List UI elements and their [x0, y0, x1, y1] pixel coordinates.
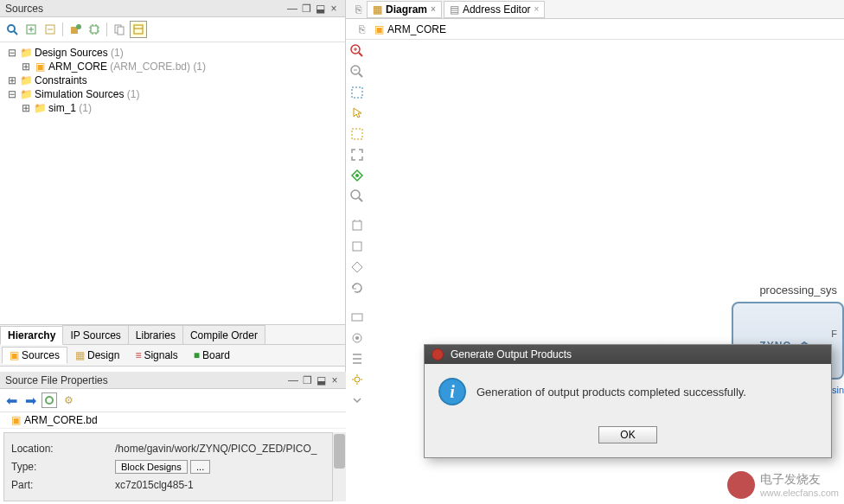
info-icon: i	[438, 378, 466, 405]
properties-header: Source File Properties — ❐ ⬓ ×	[0, 372, 346, 389]
show-interface-icon[interactable]	[348, 349, 367, 368]
collapse-all-icon[interactable]	[42, 21, 59, 38]
search-icon[interactable]	[3, 21, 21, 38]
close-icon[interactable]: ×	[329, 374, 341, 386]
settings-icon[interactable]	[348, 370, 367, 389]
add-interface-icon[interactable]	[348, 258, 367, 277]
pin-diagram-icon[interactable]: ⎘	[349, 1, 367, 18]
svg-rect-22	[352, 129, 362, 139]
subtab-sources[interactable]: ▣Sources	[2, 347, 67, 364]
add-sources-icon[interactable]	[67, 21, 84, 38]
subtab-signals[interactable]: ≡Signals	[127, 347, 185, 364]
validate-icon[interactable]	[348, 308, 367, 327]
expander-icon[interactable]: ⊟	[7, 88, 17, 100]
prop-label: Location:	[11, 443, 115, 455]
svg-line-15	[359, 53, 362, 56]
expander-icon[interactable]: ⊞	[21, 61, 31, 73]
expander-icon[interactable]: ⊞	[7, 74, 17, 86]
collapse-icon[interactable]	[348, 391, 367, 410]
restore-icon[interactable]: ❐	[301, 374, 313, 386]
design-sources-node[interactable]: ⊟ 📁 Design Sources (1)	[7, 46, 338, 60]
show-hide-icon[interactable]	[130, 21, 147, 38]
dialog-close-icon[interactable]	[432, 348, 444, 360]
expander-icon[interactable]: ⊞	[21, 102, 31, 114]
select-icon[interactable]	[348, 104, 367, 123]
tab-close-icon[interactable]: ×	[431, 4, 436, 14]
vertical-scrollbar[interactable]	[332, 432, 346, 501]
tab-libraries[interactable]: Libraries	[128, 325, 183, 344]
search-icon[interactable]	[348, 187, 367, 206]
maximize-icon[interactable]: ⬓	[315, 374, 327, 386]
expander-icon[interactable]: ⊟	[7, 47, 17, 59]
tab-diagram[interactable]: ▦ Diagram ×	[367, 1, 442, 18]
svg-rect-21	[352, 87, 362, 98]
copy-icon[interactable]	[111, 21, 128, 38]
simulation-sources-node[interactable]: ⊟ 📁 Simulation Sources (1)	[7, 87, 338, 101]
zoom-out-icon[interactable]	[348, 62, 367, 81]
sources-header: Sources — ❐ ⬓ ×	[0, 0, 345, 17]
port-label: F	[831, 329, 837, 339]
svg-point-33	[355, 377, 360, 382]
svg-rect-29	[353, 242, 361, 251]
new-ip-icon[interactable]	[86, 21, 103, 38]
node-label: sim_1	[48, 102, 76, 114]
ok-button[interactable]: OK	[598, 426, 656, 443]
auto-layout-icon[interactable]	[348, 166, 367, 185]
properties-title: Source File Properties	[5, 374, 285, 386]
settings-icon[interactable]: ⚙	[61, 392, 76, 408]
close-icon[interactable]: ×	[328, 3, 340, 15]
watermark-url: www.elecfans.com	[760, 488, 839, 498]
subtab-board[interactable]: ■Board	[186, 347, 238, 364]
add-port-icon[interactable]	[348, 237, 367, 256]
node-label: Constraints	[35, 74, 87, 86]
minimize-icon[interactable]: —	[286, 3, 298, 15]
regenerate-icon[interactable]	[348, 278, 367, 297]
prop-type: Type: Block Designs ...	[11, 457, 335, 476]
type-value-button[interactable]: Block Designs	[115, 460, 188, 474]
tab-hierarchy[interactable]: Hierarchy	[0, 326, 63, 345]
node-count: (1)	[127, 88, 140, 100]
properties-body: Location: /home/gavin/work/ZYNQ/PICO_ZED…	[3, 432, 342, 501]
select-area-icon[interactable]	[348, 124, 367, 144]
zoom-fit-icon[interactable]	[348, 83, 367, 102]
tab-compile-order[interactable]: Compile Order	[182, 325, 265, 344]
subtab-design[interactable]: ▦Design	[67, 347, 127, 364]
back-icon[interactable]: ⬅	[3, 392, 19, 408]
hierarchy-tabbar: Hierarchy IP Sources Libraries Compile O…	[0, 325, 345, 345]
tab-ip-sources[interactable]: IP Sources	[62, 325, 128, 344]
restore-icon[interactable]: ❐	[300, 3, 312, 15]
minimize-icon[interactable]: —	[287, 374, 299, 386]
board-icon: ■	[194, 349, 200, 361]
fit-selection-icon[interactable]	[348, 145, 367, 164]
arm-core-node[interactable]: ⊞ ▣ ARM_CORE (ARM_CORE.bd) (1)	[7, 60, 338, 73]
svg-rect-30	[352, 314, 362, 321]
zoom-in-icon[interactable]	[348, 41, 367, 61]
diagram-icon: ▦	[373, 3, 382, 16]
node-label: Design Sources	[35, 47, 108, 59]
expand-all-icon[interactable]	[22, 21, 40, 38]
block-design-icon: ▣	[373, 23, 385, 35]
pin-icon[interactable]: ⎘	[353, 21, 370, 38]
watermark-logo-icon	[727, 471, 755, 499]
forward-icon[interactable]: ➡	[22, 392, 38, 408]
customize-icon[interactable]	[348, 329, 367, 348]
dialog-title: Generate Output Products	[451, 348, 572, 360]
prop-label: Type:	[11, 461, 115, 473]
node-label: ARM_CORE	[48, 61, 107, 73]
address-editor-icon: ▤	[450, 3, 459, 16]
tab-address-editor[interactable]: ▤ Address Editor ×	[444, 1, 546, 18]
prop-label: Part:	[11, 479, 115, 491]
left-pane: Sources — ❐ ⬓ × ⊟ 📁 Design Sources (1)	[0, 0, 346, 504]
dialog-message: Generation of output products completed …	[476, 386, 746, 399]
dialog-titlebar[interactable]: Generate Output Products	[425, 345, 831, 364]
pin-icon[interactable]	[42, 392, 57, 408]
svg-point-8	[76, 24, 81, 29]
sim1-node[interactable]: ⊞ 📁 sim_1 (1)	[7, 101, 338, 115]
watermark: 电子发烧友 www.elecfans.com	[727, 471, 839, 499]
properties-panel: Source File Properties — ❐ ⬓ × ⬅ ➡ ⚙ ▣ A…	[0, 372, 346, 504]
maximize-icon[interactable]: ⬓	[314, 3, 326, 15]
add-ip-icon[interactable]	[348, 216, 367, 235]
constraints-node[interactable]: ⊞ 📁 Constraints	[7, 73, 338, 87]
tab-close-icon[interactable]: ×	[534, 4, 540, 14]
type-browse-button[interactable]: ...	[190, 460, 210, 474]
